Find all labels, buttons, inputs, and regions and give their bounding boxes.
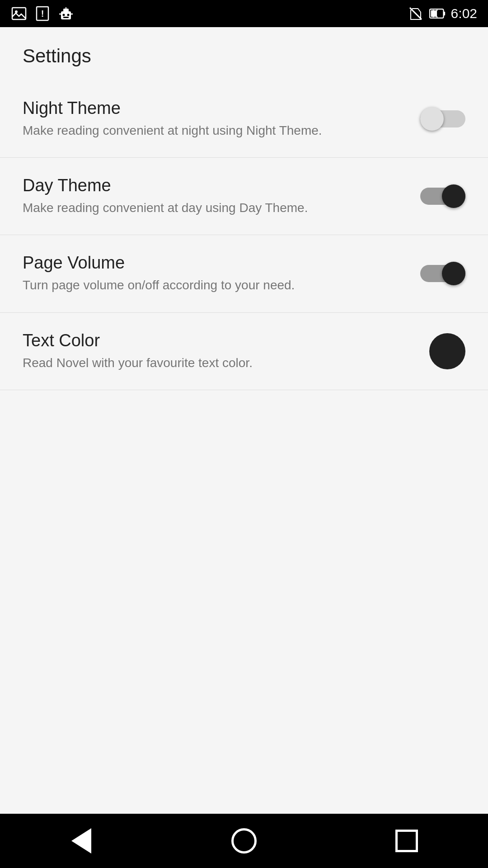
status-bar-right-icons: 6:02 [408,5,477,22]
page-volume-description: Turn page volume on/off according to you… [23,276,402,294]
page-title: Settings [0,27,488,80]
no-sim-icon [408,5,424,22]
night-theme-description: Make reading convenient at night using N… [23,122,402,139]
svg-rect-18 [431,10,437,17]
robot-icon [58,5,74,22]
home-icon [231,828,257,854]
svg-rect-9 [63,17,69,18]
page-volume-text: Page Volume Turn page volume on/off acco… [23,253,402,294]
svg-point-8 [67,14,70,16]
recents-icon [395,830,418,852]
page-volume-title: Page Volume [23,253,402,273]
svg-point-1 [15,10,18,13]
night-theme-toggle[interactable] [420,107,465,131]
text-color-button[interactable] [429,333,465,369]
svg-rect-5 [63,9,69,12]
svg-text:!: ! [41,9,44,19]
status-bar: ! [0,0,488,27]
battery-icon [429,5,446,22]
page-volume-item[interactable]: Page Volume Turn page volume on/off acco… [0,235,488,312]
svg-line-12 [410,8,422,19]
night-theme-text: Night Theme Make reading convenient at n… [23,99,402,139]
alert-icon: ! [34,5,51,22]
svg-rect-4 [61,11,71,19]
image-icon [11,5,27,22]
svg-rect-0 [12,8,26,19]
svg-rect-14 [443,12,445,16]
day-theme-toggle-thumb [442,184,465,208]
settings-list: Night Theme Make reading convenient at n… [0,80,488,814]
page-volume-toggle-thumb [442,262,465,285]
recents-button[interactable] [391,825,422,857]
night-theme-item[interactable]: Night Theme Make reading convenient at n… [0,80,488,158]
status-bar-left-icons: ! [11,5,74,22]
back-icon [71,828,91,854]
day-theme-title: Day Theme [23,176,402,195]
main-content: Settings Night Theme Make reading conven… [0,27,488,814]
page-volume-toggle[interactable] [420,262,465,285]
day-theme-text: Day Theme Make reading convenient at day… [23,176,402,217]
text-color-title: Text Color [23,331,411,350]
day-theme-item[interactable]: Day Theme Make reading convenient at day… [0,158,488,235]
text-color-text: Text Color Read Novel with your favourit… [23,331,411,372]
day-theme-description: Make reading convenient at day using Day… [23,199,402,217]
text-color-description: Read Novel with your favourite text colo… [23,354,411,372]
text-color-item[interactable]: Text Color Read Novel with your favourit… [0,313,488,390]
night-theme-toggle-thumb [420,107,444,131]
svg-point-7 [63,14,65,16]
night-theme-title: Night Theme [23,99,402,118]
navigation-bar [0,814,488,868]
home-button[interactable] [228,825,260,857]
day-theme-toggle[interactable] [420,184,465,208]
time-display: 6:02 [451,6,477,21]
back-button[interactable] [66,825,97,857]
